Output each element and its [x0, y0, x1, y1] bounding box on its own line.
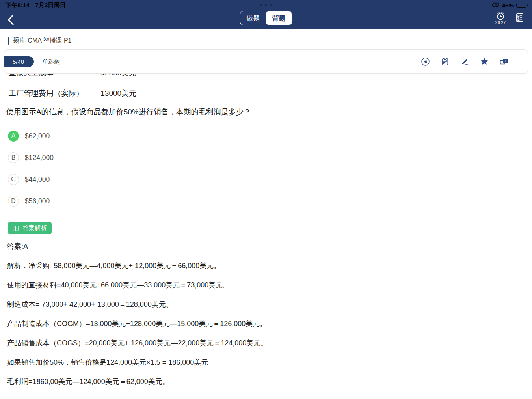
- option-c-circle[interactable]: C: [8, 174, 19, 185]
- option-b[interactable]: B $124,000: [8, 152, 54, 163]
- cost-row-label: 工厂管理费用（实际）: [9, 88, 99, 99]
- analysis-line: 产品制造成本（COGM）=13,000美元+128,000美元—15,000美元…: [7, 319, 268, 328]
- option-b-text: $124,000: [25, 154, 54, 162]
- question-stem: 使用图示A的信息，假设商品都加价50%进行销售，本期的毛利润是多少？: [6, 107, 251, 117]
- notes-icon[interactable]: [440, 57, 450, 66]
- analysis-line: 产品销售成本（COGS）=20,000美元+ 126,000美元—22,000美…: [7, 338, 268, 348]
- analysis-button-label: 答案解析: [22, 224, 47, 232]
- options-list: A $62,000 B $124,000 C $44,000 D $56,000: [8, 131, 54, 217]
- option-d-circle[interactable]: D: [8, 196, 19, 207]
- analysis-line: 解析：净采购=58,000美元—4,000美元+ 12,000美元＝66,000…: [7, 261, 268, 270]
- analysis-lines: 解析：净采购=58,000美元—4,000美元+ 12,000美元＝66,000…: [7, 261, 268, 396]
- answer-analysis-button[interactable]: 答案解析: [8, 222, 52, 234]
- app-screen: 下午6:14 7月2日周日 46% 做题: [0, 0, 532, 399]
- ask-question-icon[interactable]: ?: [499, 57, 509, 66]
- option-b-circle[interactable]: B: [8, 152, 19, 163]
- open-book-icon: [11, 224, 20, 232]
- cost-row-overhead: 工厂管理费用（实际） 13000美元: [9, 88, 136, 99]
- option-a-text: $62,000: [25, 132, 50, 140]
- option-a-circle[interactable]: A: [8, 131, 19, 142]
- analysis-line: 使用的直接材料=40,000美元+66,000美元—33,000美元＝73,00…: [7, 280, 268, 290]
- option-c[interactable]: C $44,000: [8, 174, 54, 185]
- analysis-line: 如果销售加价50%，销售价格是124,000美元×1.5 = 186,000美元: [7, 358, 268, 367]
- audio-icon[interactable]: [420, 57, 430, 66]
- question-card-header: 5/40 单选题: [4, 49, 528, 74]
- option-a[interactable]: A $62,000: [8, 131, 54, 142]
- answer-text: 答案:A: [7, 242, 28, 251]
- cost-row-value: 13000美元: [100, 89, 136, 97]
- option-d-text: $56,000: [25, 197, 50, 205]
- option-c-text: $44,000: [25, 175, 50, 184]
- svg-text:?: ?: [504, 59, 506, 63]
- question-type-label: 单选题: [42, 58, 60, 65]
- option-d[interactable]: D $56,000: [8, 196, 54, 207]
- star-icon[interactable]: [480, 57, 489, 66]
- pencil-icon[interactable]: [460, 57, 469, 66]
- analysis-line: 毛利润=1860,00美元—124,000美元＝62,000美元。: [7, 377, 268, 386]
- analysis-line: 制造成本= 73,000+ 42,000+ 13,000＝128,000美元。: [7, 300, 268, 309]
- progress-badge: 5/40: [4, 56, 34, 67]
